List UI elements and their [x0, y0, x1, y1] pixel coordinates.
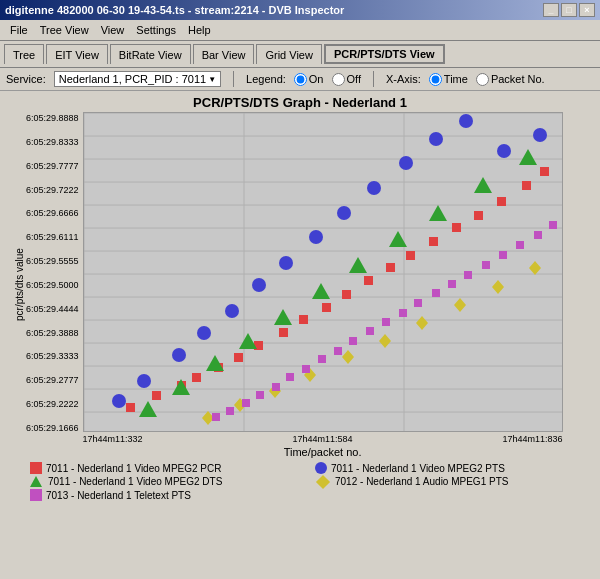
service-value: Nederland 1, PCR_PID : 7011	[59, 73, 206, 85]
x-tick-1: 17h44m11:584	[293, 434, 353, 444]
svg-point-50	[429, 132, 443, 146]
legend-label-pcr: 7011 - Nederland 1 Video MPEG2 PCR	[46, 463, 221, 474]
svg-rect-34	[452, 223, 461, 232]
xaxis-label: X-Axis:	[386, 73, 421, 85]
tab-bar[interactable]: Bar View	[193, 44, 255, 64]
svg-rect-91	[464, 271, 472, 279]
minimize-button[interactable]: _	[543, 3, 559, 17]
y-tick-0: 6:05:29.8888	[26, 113, 79, 123]
menu-treeview[interactable]: Tree View	[34, 22, 95, 38]
svg-rect-22	[192, 373, 201, 382]
svg-marker-71	[416, 316, 428, 330]
x-tick-labels: 17h44m11:332 17h44m11:584 17h44m11:836	[83, 432, 563, 446]
app-title: digitenne 482000 06-30 19-43-54.ts - str…	[5, 4, 344, 16]
legend-item-dts: 7011 - Nederland 1 Video MPEG2 DTS	[30, 476, 307, 487]
menu-help[interactable]: Help	[182, 22, 217, 38]
chart-title: PCR/PTS/DTS Graph - Nederland 1	[0, 91, 600, 112]
svg-rect-86	[382, 318, 390, 326]
svg-marker-58	[274, 309, 292, 325]
svg-rect-31	[386, 263, 395, 272]
svg-point-44	[252, 278, 266, 292]
svg-rect-89	[432, 289, 440, 297]
svg-point-41	[172, 348, 186, 362]
menu-file[interactable]: File	[4, 22, 34, 38]
svg-rect-20	[152, 391, 161, 400]
svg-rect-90	[448, 280, 456, 288]
svg-rect-77	[242, 399, 250, 407]
y-tick-9: 6:05:29.3888	[26, 328, 79, 338]
svg-rect-78	[256, 391, 264, 399]
y-tick-7: 6:05:29.5000	[26, 280, 79, 290]
svg-marker-69	[342, 350, 354, 364]
separator-2	[373, 71, 374, 87]
menu-bar: File Tree View View Settings Help	[0, 20, 600, 41]
svg-rect-19	[126, 403, 135, 412]
svg-marker-60	[349, 257, 367, 273]
svg-rect-75	[212, 413, 220, 421]
svg-rect-82	[318, 355, 326, 363]
legend-symbol-teletext	[30, 489, 42, 501]
y-tick-5: 6:05:29.6111	[26, 232, 79, 242]
chart-svg	[83, 112, 563, 432]
svg-rect-87	[399, 309, 407, 317]
x-axis-label: Time/packet no.	[83, 446, 563, 458]
service-label: Service:	[6, 73, 46, 85]
tab-tree[interactable]: Tree	[4, 44, 44, 64]
legend-symbol-audio	[316, 474, 330, 488]
menu-view[interactable]: View	[95, 22, 131, 38]
y-tick-8: 6:05:29.4444	[26, 304, 79, 314]
svg-rect-36	[497, 197, 506, 206]
menu-settings[interactable]: Settings	[130, 22, 182, 38]
svg-marker-62	[429, 205, 447, 221]
svg-rect-84	[349, 337, 357, 345]
svg-rect-26	[279, 328, 288, 337]
svg-rect-24	[234, 353, 243, 362]
close-button[interactable]: ×	[579, 3, 595, 17]
tab-eit[interactable]: EIT View	[46, 44, 108, 64]
service-dropdown[interactable]: Nederland 1, PCR_PID : 7011 ▼	[54, 71, 221, 87]
y-axis-label: pcr/pts/dts value	[12, 112, 26, 458]
y-tick-10: 6:05:29.3333	[26, 351, 79, 361]
tab-bitrate[interactable]: BitRate View	[110, 44, 191, 64]
toolbar: Tree EIT View BitRate View Bar View Grid…	[0, 41, 600, 68]
svg-rect-29	[342, 290, 351, 299]
svg-marker-72	[454, 298, 466, 312]
svg-rect-37	[522, 181, 531, 190]
maximize-button[interactable]: □	[561, 3, 577, 17]
svg-rect-92	[482, 261, 490, 269]
svg-point-48	[367, 181, 381, 195]
svg-point-51	[459, 114, 473, 128]
chart-plot-wrapper: 17h44m11:332 17h44m11:584 17h44m11:836 T…	[83, 112, 563, 458]
legend-area: 7011 - Nederland 1 Video MPEG2 PCR 7011 …	[0, 458, 600, 505]
svg-marker-64	[519, 149, 537, 165]
svg-marker-74	[529, 261, 541, 275]
xaxis-packet-radio[interactable]: Packet No.	[476, 73, 545, 86]
svg-rect-38	[540, 167, 549, 176]
svg-rect-30	[364, 276, 373, 285]
svg-rect-76	[226, 407, 234, 415]
legend-label-audio: 7012 - Nederland 1 Audio MPEG1 PTS	[335, 476, 508, 487]
svg-point-45	[279, 256, 293, 270]
svg-rect-27	[299, 315, 308, 324]
legend-off-radio[interactable]: Off	[332, 73, 361, 86]
svg-marker-55	[172, 379, 190, 395]
legend-on-radio[interactable]: On	[294, 73, 324, 86]
legend-item-audio: 7012 - Nederland 1 Audio MPEG1 PTS	[315, 476, 592, 487]
svg-marker-59	[312, 283, 330, 299]
title-bar-buttons: _ □ ×	[543, 3, 595, 17]
legend-symbol-pts	[315, 462, 327, 474]
tab-pcrpts[interactable]: PCR/PTS/DTS View	[324, 44, 445, 64]
svg-rect-32	[406, 251, 415, 260]
tab-grid[interactable]: Grid View	[256, 44, 321, 64]
svg-rect-80	[286, 373, 294, 381]
svg-point-40	[137, 374, 151, 388]
svg-marker-54	[139, 401, 157, 417]
y-tick-2: 6:05:29.7777	[26, 161, 79, 171]
y-tick-labels: 6:05:29.8888 6:05:29.8333 6:05:29.7777 6…	[26, 113, 83, 433]
svg-marker-73	[492, 280, 504, 294]
legend-symbol-pcr	[30, 462, 42, 474]
y-tick-4: 6:05:29.6666	[26, 208, 79, 218]
y-tick-1: 6:05:29.8333	[26, 137, 79, 147]
xaxis-time-radio[interactable]: Time	[429, 73, 468, 86]
svg-point-43	[225, 304, 239, 318]
